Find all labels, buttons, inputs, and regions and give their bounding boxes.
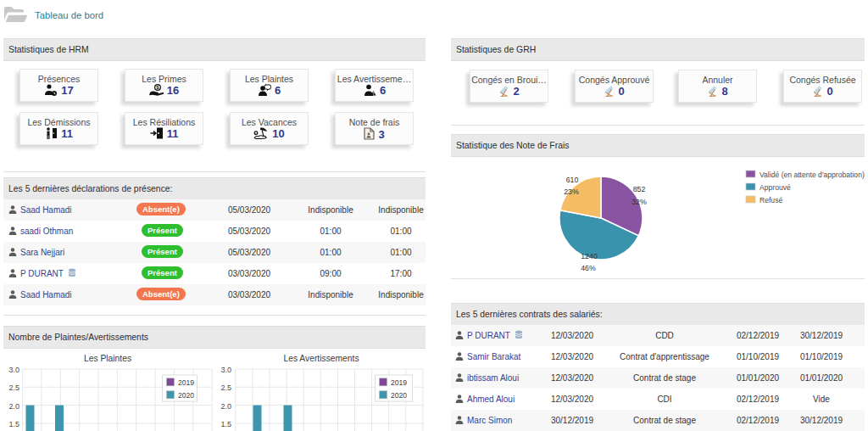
svg-text:Validé (en attente d'approbati: Validé (en attente d'approbation) bbox=[760, 171, 865, 179]
svg-text:46%: 46% bbox=[581, 264, 596, 272]
svg-text:1.5: 1.5 bbox=[220, 420, 231, 428]
svg-text:3.0: 3.0 bbox=[220, 366, 231, 374]
svg-text:852: 852 bbox=[633, 185, 646, 193]
svg-text:23%: 23% bbox=[564, 188, 579, 196]
svg-text:2.0: 2.0 bbox=[8, 402, 19, 411]
svg-text:Les Plaintes: Les Plaintes bbox=[84, 354, 131, 363]
svg-text:2020: 2020 bbox=[178, 391, 194, 400]
svg-text:2019: 2019 bbox=[178, 378, 194, 387]
svg-text:2.0: 2.0 bbox=[220, 402, 231, 411]
svg-text:610: 610 bbox=[566, 176, 579, 184]
svg-text:2019: 2019 bbox=[391, 378, 407, 387]
svg-text:2.5: 2.5 bbox=[8, 383, 19, 392]
svg-text:2.5: 2.5 bbox=[220, 383, 231, 392]
svg-text:Refusé: Refusé bbox=[760, 196, 782, 204]
svg-text:Les Avertissements: Les Avertissements bbox=[283, 354, 359, 363]
svg-text:1.5: 1.5 bbox=[8, 420, 19, 428]
svg-text:32%: 32% bbox=[632, 198, 647, 206]
svg-text:3.0: 3.0 bbox=[8, 366, 19, 374]
svg-text:1240: 1240 bbox=[581, 252, 598, 260]
svg-text:Approuvé: Approuvé bbox=[760, 183, 791, 192]
svg-text:2020: 2020 bbox=[391, 391, 407, 400]
